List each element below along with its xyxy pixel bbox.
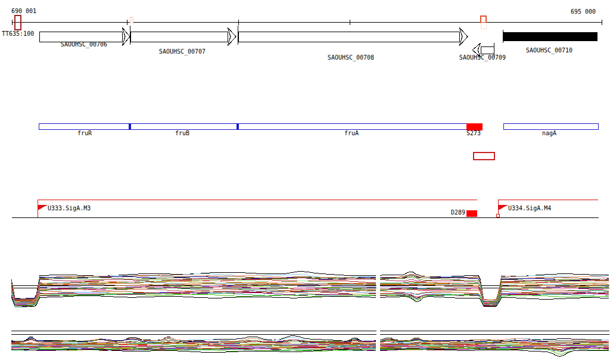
tu-base-square-icon: [497, 214, 500, 217]
feature-label-S273: S273: [466, 130, 481, 136]
gene-SAOUHSC_00707[interactable]: [130, 27, 236, 46]
gene-SAOUHSC_00710[interactable]: [503, 30, 598, 43]
tu-label-U334: U334.SigA.M4: [508, 206, 551, 211]
ruler: [12, 20, 602, 25]
feature-label-nagA: nagA: [542, 130, 556, 136]
faint-marker-box[interactable]: [130, 17, 133, 23]
feature-box-fru-operon[interactable]: [39, 123, 466, 129]
arrowhead-right-icon: [228, 27, 236, 46]
genome-browser-view: { "ruler": { "start": "690 001", "end": …: [0, 0, 610, 364]
feature-label-fruB: fruB: [175, 130, 189, 136]
gene-solid-bar: [503, 32, 597, 41]
feature-label-fruR: fruR: [77, 130, 92, 136]
feature-label-fruA: fruA: [344, 130, 359, 136]
red-outline-feature-box[interactable]: [474, 153, 494, 160]
arrowhead-right-icon: [459, 27, 468, 46]
tu-label-D289: D289: [451, 210, 465, 216]
tu-U333-SigA-M3[interactable]: [38, 200, 477, 217]
tu-label-U333: U333.SigA.M3: [48, 206, 91, 211]
feature-divider-fruB-fruA: [236, 123, 239, 130]
gene-label-00708: SAOUHSC_00708: [328, 55, 374, 61]
tu-start-flag-icon: [38, 205, 48, 210]
gene-label-00706: SAOUHSC_00706: [61, 42, 107, 48]
tu-start-flag-icon: [498, 205, 508, 210]
orange-marker-box-faded: [481, 23, 486, 29]
tss-label[interactable]: TT635:100: [2, 31, 34, 37]
feature-divider-fruR-fruB: [129, 123, 131, 130]
gene-label-00710: SAOUHSC_00710: [526, 48, 572, 54]
gene-label-00707: SAOUHSC_00707: [159, 49, 206, 55]
gene-SAOUHSC_00708[interactable]: [238, 27, 468, 46]
expression-profile-forward: [11, 271, 609, 307]
ruler-start-coordinate: 690 001: [11, 8, 36, 14]
profile-line: [11, 294, 376, 306]
browser-canvas: [0, 0, 610, 364]
expression-profile-reverse: [11, 331, 609, 356]
ruler-end-coordinate: 695 000: [571, 9, 596, 15]
gene-label-00709: SAOUHSC_00709: [459, 55, 506, 61]
arrowhead-right-icon: [122, 27, 130, 46]
feature-track: [39, 123, 598, 130]
feature-box-nagA[interactable]: [503, 123, 598, 129]
orange-marker-box[interactable]: [481, 16, 486, 23]
tu-D289-box[interactable]: [466, 210, 477, 217]
profile-line: [11, 295, 376, 306]
